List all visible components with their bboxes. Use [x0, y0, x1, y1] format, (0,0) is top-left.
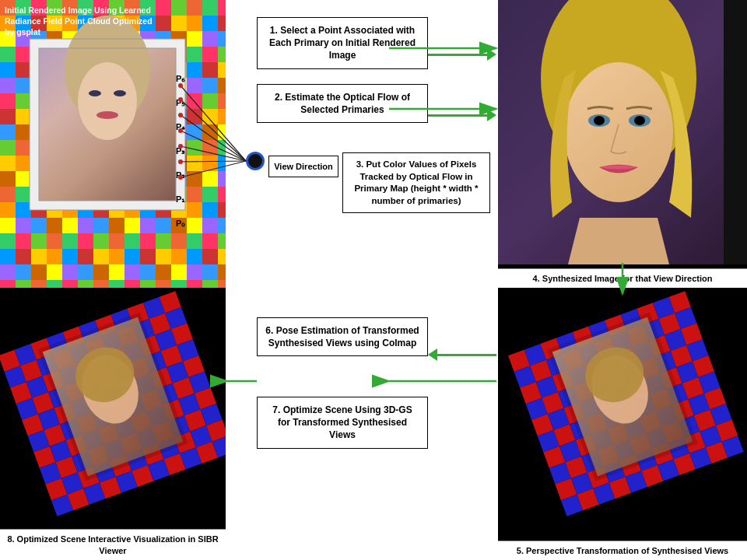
bottom-left-image-panel: 8. Optimized Scene Interactive Visualiza… — [0, 288, 226, 560]
synthesized-image — [498, 0, 747, 288]
bottom-right-caption: 5. Perspective Transformation of Synthes… — [498, 541, 747, 560]
step1-arrow — [428, 48, 496, 61]
view-direction-box: View Direction — [268, 156, 338, 177]
step2-box: 2. Estimate the Optical Flow of Selected… — [257, 84, 428, 123]
center-column: 1. Select a Point Associated with Each P… — [226, 0, 498, 560]
step7-box: 7. Optimize Scene Using 3D-GS for Transf… — [257, 397, 428, 449]
main-container: Initial Rendered Image Using Learned Rad… — [0, 0, 747, 560]
top-right-caption: 4. Synthesized Image for that View Direc… — [498, 268, 747, 288]
step1-box: 1. Select a Point Associated with Each P… — [257, 17, 428, 69]
p0-label: P₀ — [176, 219, 184, 229]
step6-arrow — [428, 348, 496, 361]
optimized-scene-image — [0, 288, 226, 560]
step6-box: 6. Pose Estimation of Transformed Synthe… — [257, 317, 428, 356]
p2-label: P₂ — [176, 170, 184, 180]
step2-arrow — [428, 109, 496, 121]
p4-label: P₄ — [176, 122, 184, 132]
p3-label: P₃ — [176, 146, 184, 156]
initial-rendered-image — [0, 0, 226, 288]
p1-label: P₁ — [176, 194, 184, 205]
bottom-right-image-panel: 5. Perspective Transformation of Synthes… — [498, 288, 747, 560]
top-left-image-title: Initial Rendered Image Using Learned Rad… — [5, 5, 160, 38]
top-left-image-panel: Initial Rendered Image Using Learned Rad… — [0, 0, 226, 288]
p5-label: P₅ — [176, 98, 184, 108]
p-labels-container: P₆ P₅ P₄ P₃ P₂ P₁ P₀ — [176, 74, 184, 229]
bottom-left-caption: 8. Optimized Scene Interactive Visualiza… — [0, 529, 226, 560]
p6-label: P₆ — [176, 74, 184, 84]
view-direction-circle — [246, 152, 265, 170]
step3-box: 3. Put Color Values of Pixels Tracked by… — [342, 152, 490, 213]
top-right-image-panel: 4. Synthesized Image for that View Direc… — [498, 0, 747, 288]
perspective-transform-image — [498, 288, 747, 560]
